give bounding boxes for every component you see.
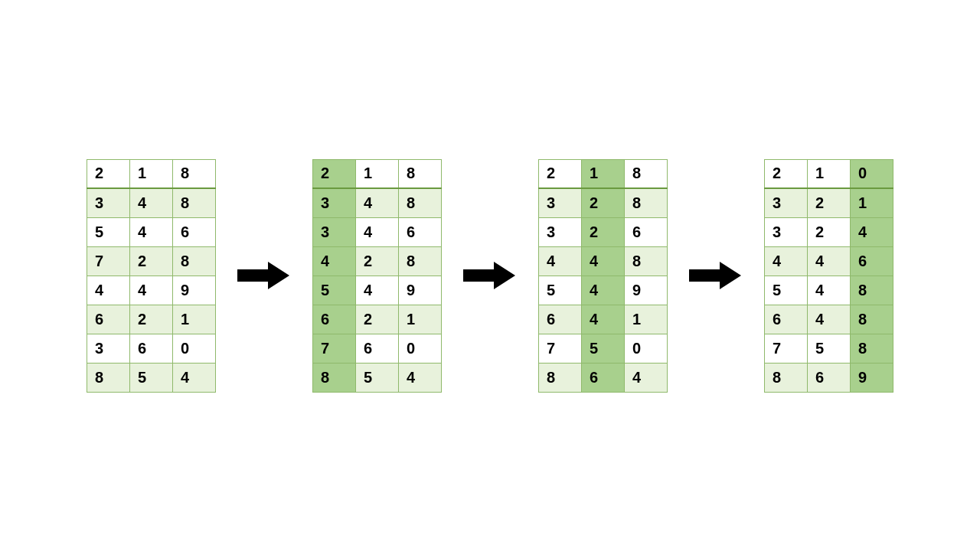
cell: 5 [130,363,173,392]
cell: 8 [625,246,668,276]
cell: 8 [173,159,216,188]
cell: 2 [765,159,808,188]
cell: 4 [356,276,399,305]
cell: 4 [130,217,173,246]
arrow-right-icon [689,260,743,291]
cell: 9 [173,276,216,305]
cell: 3 [539,188,582,217]
cell: 1 [582,159,625,188]
cell: 2 [808,217,851,246]
cell: 6 [765,305,808,334]
cell: 8 [539,363,582,392]
cell: 8 [625,159,668,188]
cell: 0 [173,334,216,363]
svg-marker-1 [463,262,515,289]
cell: 8 [399,246,442,276]
cell: 1 [173,305,216,334]
cell: 3 [539,217,582,246]
cell: 8 [851,305,893,334]
sort-diagram: 2183485467284496213608542183483464285496… [87,159,893,393]
arrow-right-icon [237,260,291,291]
cell: 8 [851,276,893,305]
cell: 8 [173,188,216,217]
cell: 1 [851,188,893,217]
cell: 2 [582,188,625,217]
cell: 4 [582,276,625,305]
cell: 4 [130,188,173,217]
cell: 4 [313,246,356,276]
cell: 4 [582,305,625,334]
cell: 5 [808,334,851,363]
cell: 8 [399,159,442,188]
cell: 6 [356,334,399,363]
cell: 7 [765,334,808,363]
cell: 4 [87,276,130,305]
cell: 2 [130,305,173,334]
cell: 2 [808,188,851,217]
cell: 9 [399,276,442,305]
cell: 4 [808,276,851,305]
svg-marker-0 [237,262,289,289]
cell: 8 [87,363,130,392]
sort-step-table-0: 218348546728449621360854 [87,159,216,393]
cell: 2 [356,246,399,276]
cell: 0 [851,159,893,188]
cell: 6 [539,305,582,334]
cell: 8 [173,246,216,276]
cell: 6 [582,363,625,392]
cell: 2 [539,159,582,188]
cell: 4 [173,363,216,392]
cell: 4 [765,246,808,276]
cell: 4 [582,246,625,276]
cell: 8 [399,188,442,217]
cell: 4 [539,246,582,276]
cell: 3 [87,334,130,363]
cell: 4 [399,363,442,392]
cell: 3 [765,217,808,246]
cell: 6 [313,305,356,334]
cell: 3 [87,188,130,217]
cell: 9 [851,363,893,392]
cell: 2 [582,217,625,246]
cell: 6 [399,217,442,246]
cell: 4 [808,305,851,334]
svg-marker-2 [689,262,741,289]
cell: 2 [87,159,130,188]
cell: 1 [130,159,173,188]
cell: 4 [625,363,668,392]
cell: 1 [625,305,668,334]
cell: 5 [356,363,399,392]
cell: 4 [851,217,893,246]
cell: 0 [625,334,668,363]
cell: 8 [313,363,356,392]
cell: 6 [87,305,130,334]
cell: 3 [313,188,356,217]
cell: 3 [313,217,356,246]
cell: 4 [130,276,173,305]
arrow-right-icon [463,260,517,291]
sort-step-table-2: 218328326448549641750864 [538,159,668,393]
cell: 1 [399,305,442,334]
cell: 7 [539,334,582,363]
cell: 6 [851,246,893,276]
cell: 2 [356,305,399,334]
cell: 4 [356,188,399,217]
cell: 0 [399,334,442,363]
cell: 8 [851,334,893,363]
cell: 5 [582,334,625,363]
cell: 2 [130,246,173,276]
cell: 1 [808,159,851,188]
cell: 1 [356,159,399,188]
cell: 7 [87,246,130,276]
cell: 4 [356,217,399,246]
cell: 6 [130,334,173,363]
cell: 4 [808,246,851,276]
cell: 6 [808,363,851,392]
cell: 6 [625,217,668,246]
cell: 5 [765,276,808,305]
cell: 7 [313,334,356,363]
sort-step-table-3: 210321324446548648758869 [764,159,893,393]
cell: 5 [313,276,356,305]
cell: 5 [87,217,130,246]
cell: 2 [313,159,356,188]
